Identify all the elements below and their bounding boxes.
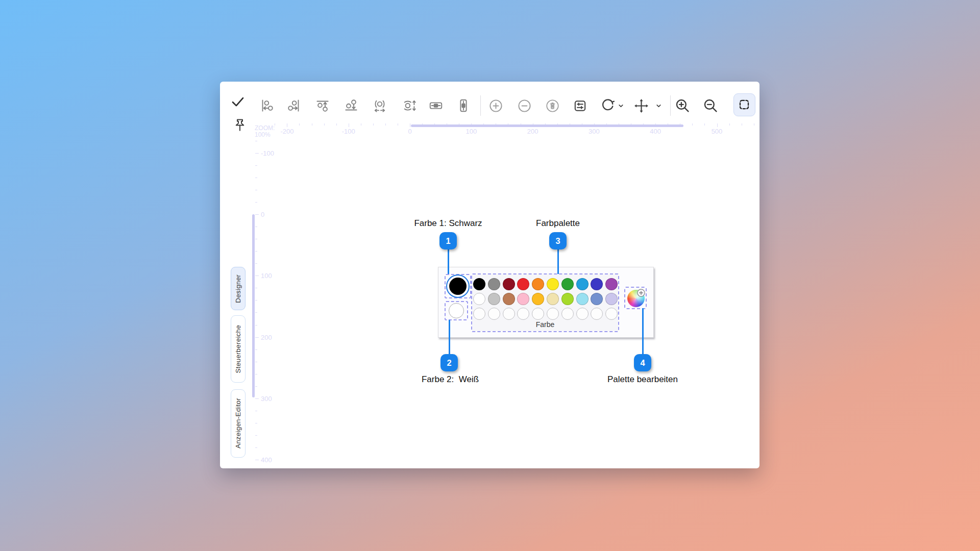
ruler-h-tick	[704, 123, 705, 126]
ruler-h-tick	[336, 123, 337, 126]
ruler-v-tick	[255, 178, 257, 178]
ruler-h-label: -200	[276, 128, 298, 135]
callout-badge-1: 1	[439, 232, 457, 249]
ruler-v-tick	[255, 411, 257, 411]
ruler-v-tick	[255, 214, 259, 215]
desktop-background: ZOOM: 100% -200-1000100200300400500 -100…	[0, 0, 980, 551]
ruler-v-tick	[255, 251, 257, 252]
ruler-h-label: 500	[706, 128, 728, 135]
callout-label-4: Palette bearbeiten	[571, 374, 714, 385]
sidebar-tab-designer[interactable]: Designer	[231, 267, 246, 310]
ruler-v-label: 400	[261, 456, 272, 464]
ruler-h-range-indicator	[411, 124, 683, 127]
ruler-h-tick	[754, 123, 754, 126]
ruler-h-tick	[287, 123, 287, 127]
ruler-v-label: 200	[261, 334, 272, 341]
ruler-h-tick	[729, 123, 730, 126]
ruler-v-tick	[255, 386, 257, 387]
ruler-v-tick	[255, 141, 257, 141]
ruler-v-tick	[255, 276, 259, 276]
ruler-v-tick	[255, 300, 257, 300]
ruler-v-tick	[255, 263, 257, 264]
ruler-v-label: -100	[261, 149, 274, 157]
sidebar-tab-anzeigen-editor[interactable]: Anzeigen-Editor	[231, 389, 246, 458]
zoom-value: 100%	[255, 132, 275, 138]
designer-window: ZOOM: 100% -200-1000100200300400500 -100…	[220, 82, 760, 468]
ruler-h-tick	[410, 123, 410, 127]
ruler-v-tick	[255, 202, 257, 203]
ruler-h-label: 200	[522, 128, 544, 135]
ruler-v-tick	[255, 190, 257, 190]
ruler-v-label: 0	[261, 211, 264, 218]
palette-annotation-box	[471, 273, 619, 332]
color2-swatch-white[interactable]	[449, 303, 464, 318]
ruler-h-tick	[742, 123, 742, 126]
callout-line-3	[557, 249, 559, 274]
ruler-h-label: 0	[399, 128, 421, 135]
ruler-v-tick	[255, 349, 257, 350]
ruler-v-tick	[255, 423, 257, 423]
ruler-h-tick	[324, 123, 325, 126]
ruler-h-tick	[275, 123, 275, 126]
ruler-v-tick	[255, 398, 259, 399]
ruler-h-tick	[398, 123, 398, 126]
ruler-h-tick	[312, 123, 312, 126]
ruler-v-tick	[255, 165, 257, 166]
callout-badge-4: 4	[634, 354, 651, 371]
ruler-v-tick	[255, 227, 257, 227]
ruler-v-tick	[255, 312, 257, 313]
callout-label-2: Farbe 2: Weiß	[379, 374, 522, 385]
ruler-v-tick	[255, 153, 259, 154]
ruler-v-tick	[255, 374, 257, 374]
callout-line-1	[448, 249, 449, 274]
callout-badge-2: 2	[440, 354, 458, 371]
ruler-h-label: 400	[644, 128, 667, 135]
ruler-v-label: 100	[261, 272, 272, 280]
ruler-v-tick	[255, 435, 257, 436]
ruler-v-tick	[255, 239, 257, 239]
ruler-h-label: -100	[337, 128, 360, 135]
ruler-h-tick	[692, 123, 693, 126]
ruler-v-tick	[255, 325, 257, 325]
ruler-h-tick	[361, 123, 361, 126]
sidebar-tab-label: Steuerbereiche	[234, 325, 242, 373]
ruler-v-tick	[255, 362, 257, 362]
ruler-v-range-indicator	[252, 214, 255, 397]
ruler-h-tick	[717, 123, 718, 127]
ruler-h-label: 300	[583, 128, 605, 135]
ruler-h-tick	[349, 123, 349, 127]
ruler-h-label: 100	[460, 128, 482, 135]
ruler-v-label: 300	[261, 395, 272, 403]
callout-label-3: Farbpalette	[486, 218, 629, 229]
callout-badge-3: 3	[549, 232, 567, 249]
zoom-indicator: ZOOM: 100%	[255, 125, 275, 138]
sidebar-tab-label: Anzeigen-Editor	[234, 398, 242, 448]
ruler-h-tick	[373, 123, 374, 126]
ruler-v-tick	[255, 460, 259, 460]
callout-line-2	[449, 320, 450, 354]
edit-palette-annotation-box	[624, 287, 647, 309]
color1-swatch-black[interactable]	[449, 278, 467, 295]
ruler-h-tick	[299, 123, 300, 126]
sidebar-tab-label: Designer	[234, 274, 242, 303]
ruler-v-tick	[255, 337, 259, 338]
ruler-h-tick	[385, 123, 386, 126]
color-panel: Farbe	[438, 267, 654, 338]
callout-line-4	[642, 308, 644, 354]
ruler-v-tick	[255, 447, 257, 448]
ruler-v-tick	[255, 288, 257, 288]
sidebar-tab-steuerbereiche[interactable]: Steuerbereiche	[231, 315, 246, 383]
